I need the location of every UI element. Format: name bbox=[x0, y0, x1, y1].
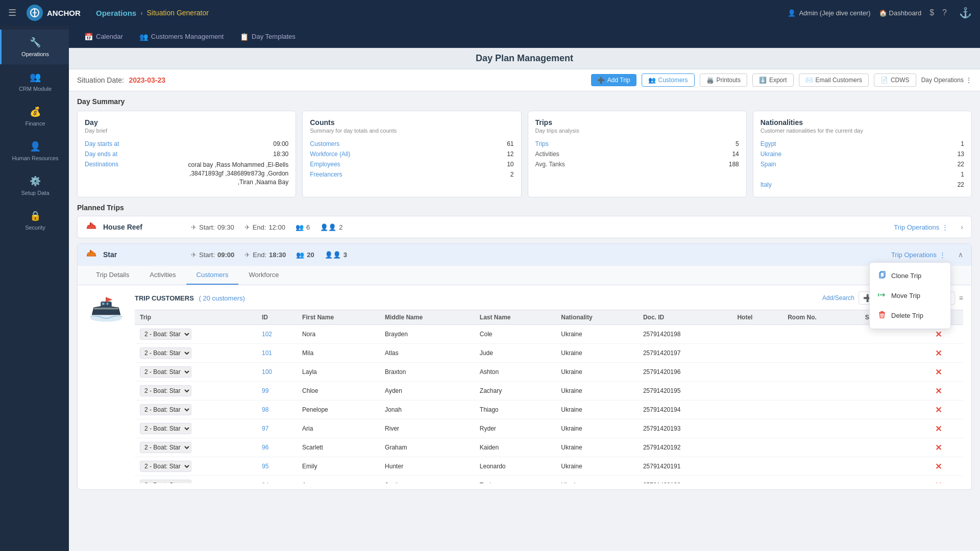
export-button[interactable]: ⬇️ Export bbox=[752, 73, 794, 87]
day-operations-button[interactable]: Day Operations ⋮ bbox=[921, 77, 972, 84]
situation-date: Situation Date: 2023-03-23 bbox=[77, 76, 165, 84]
cell-doc-id: 25791420192 bbox=[638, 438, 732, 457]
cdws-button[interactable]: 📄 CDWS bbox=[874, 73, 916, 87]
customer-id-link-94[interactable]: 94 bbox=[262, 482, 268, 483]
dollar-icon[interactable]: $ bbox=[929, 8, 934, 17]
email-customers-button[interactable]: ✉️ Email Customers bbox=[799, 73, 869, 87]
star-end: ✈ End: 18:30 bbox=[244, 251, 286, 259]
day-ends-label[interactable]: Day ends at bbox=[85, 151, 117, 158]
svg-rect-4 bbox=[90, 250, 91, 253]
cell-delete: ✕ bbox=[930, 476, 963, 484]
trip-select-4[interactable]: 2 - Boat: Star bbox=[140, 404, 191, 415]
customer-id-link-99[interactable]: 99 bbox=[262, 387, 268, 394]
sec-nav-customers-mgmt[interactable]: 👥 Customers Management bbox=[132, 30, 231, 44]
tab-customers[interactable]: Customers bbox=[186, 266, 239, 285]
day-starts-label[interactable]: Day starts at bbox=[85, 140, 119, 147]
spain-label[interactable]: Spain bbox=[761, 161, 776, 168]
delete-customer-button-101[interactable]: ✕ bbox=[935, 349, 942, 358]
delete-customer-button-100[interactable]: ✕ bbox=[935, 368, 942, 377]
customers-button[interactable]: 👥 Customers bbox=[642, 73, 695, 87]
day-starts-value: 09:00 bbox=[273, 140, 288, 147]
delete-trip-item[interactable]: Delete Trip bbox=[870, 306, 950, 325]
customer-id-link-101[interactable]: 101 bbox=[262, 349, 272, 357]
add-search-label[interactable]: Add/Search bbox=[822, 294, 854, 302]
activities-count-value: 14 bbox=[732, 151, 739, 158]
cell-last-name: Ashton bbox=[475, 363, 556, 382]
delete-customer-button-99[interactable]: ✕ bbox=[935, 387, 942, 395]
sidebar-item-crm[interactable]: 👥 CRM Module bbox=[0, 64, 69, 99]
move-trip-item[interactable]: Move Trip bbox=[870, 286, 950, 306]
sidebar-item-setup[interactable]: ⚙️ Setup Data bbox=[0, 168, 69, 203]
house-reef-trip-header[interactable]: House Reef ✈ Start: 09:30 ✈ End: 12:00 👥 bbox=[78, 216, 971, 238]
delete-customer-button-98[interactable]: ✕ bbox=[935, 406, 942, 414]
cell-first-name: Nora bbox=[297, 325, 380, 344]
finance-icon: 💰 bbox=[30, 106, 41, 117]
cell-services bbox=[860, 382, 930, 400]
trip-select-6[interactable]: 2 - Boat: Star bbox=[140, 442, 191, 453]
destinations-label[interactable]: Destinations bbox=[85, 161, 118, 168]
avg-tanks-label: Avg. Tanks bbox=[535, 161, 565, 168]
house-reef-trip-name: House Reef bbox=[103, 223, 185, 231]
sidebar-item-operations[interactable]: 🔧 Operations bbox=[0, 30, 69, 64]
delete-customer-button-97[interactable]: ✕ bbox=[935, 424, 942, 433]
tab-trip-details[interactable]: Trip Details bbox=[86, 266, 139, 285]
dashboard-button[interactable]: 🏠 Dashboard bbox=[879, 9, 922, 17]
cell-id: 100 bbox=[257, 363, 297, 382]
customer-id-link-102[interactable]: 102 bbox=[262, 331, 272, 338]
clone-trip-item[interactable]: Clone Trip bbox=[870, 266, 950, 286]
customer-id-link-96[interactable]: 96 bbox=[262, 444, 268, 451]
sidebar-item-hr[interactable]: 👤 Human Resources bbox=[0, 134, 69, 168]
ukraine-label[interactable]: Ukraine bbox=[761, 151, 781, 158]
workforce-count-label[interactable]: Workforce (All) bbox=[310, 151, 350, 158]
help-icon[interactable]: ? bbox=[942, 8, 947, 17]
counts-card: Counts Summary for day totals and counts… bbox=[302, 111, 521, 197]
cell-services bbox=[860, 400, 930, 419]
italy-label[interactable]: Italy bbox=[761, 181, 772, 188]
trip-select-5[interactable]: 2 - Boat: Star bbox=[140, 423, 191, 434]
trip-select-1[interactable]: 2 - Boat: Star bbox=[140, 347, 191, 359]
tab-activities[interactable]: Activities bbox=[139, 266, 186, 285]
customer-id-link-95[interactable]: 95 bbox=[262, 463, 268, 470]
tab-workforce[interactable]: Workforce bbox=[238, 266, 289, 285]
star-trip-header[interactable]: Star ✈ Start: 09:00 ✈ End: 18:30 👥 20 bbox=[78, 244, 971, 265]
sec-nav-day-templates[interactable]: 📋 Day Templates bbox=[233, 30, 303, 44]
employees-count-label[interactable]: Employees bbox=[310, 161, 340, 168]
sidebar-label-crm: CRM Module bbox=[19, 86, 52, 92]
customer-id-link-100[interactable]: 100 bbox=[262, 368, 272, 375]
sec-nav-calendar[interactable]: 📅 Calendar bbox=[77, 30, 130, 44]
customers-count-label[interactable]: Customers bbox=[310, 140, 339, 147]
sidebar-item-finance[interactable]: 💰 Finance bbox=[0, 99, 69, 134]
star-trip-meta: ✈ Start: 09:00 ✈ End: 18:30 👥 20 👤 bbox=[191, 251, 885, 259]
list-view-icon[interactable]: ≡ bbox=[959, 294, 963, 302]
trip-select-2[interactable]: 2 - Boat: Star bbox=[140, 366, 191, 378]
customer-id-link-98[interactable]: 98 bbox=[262, 406, 268, 413]
delete-customer-button-95[interactable]: ✕ bbox=[935, 462, 942, 471]
delete-customer-button-102[interactable]: ✕ bbox=[935, 330, 942, 339]
star-trip-ops-button[interactable]: Trip Operations ⋮ bbox=[891, 251, 946, 259]
breadcrumb-module[interactable]: Operations bbox=[96, 9, 136, 17]
freelancers-count-label[interactable]: Freelancers bbox=[310, 171, 342, 178]
trip-select-0[interactable]: 2 - Boat: Star bbox=[140, 329, 191, 340]
hamburger-icon[interactable]: ☰ bbox=[8, 7, 16, 18]
freelancers-count-value: 2 bbox=[510, 171, 514, 178]
delete-customer-button-94[interactable]: ✕ bbox=[935, 481, 942, 484]
sidebar-item-security[interactable]: 🔒 Security bbox=[0, 203, 69, 238]
breadcrumb-submodule[interactable]: Situation Generator bbox=[147, 9, 209, 17]
customer-id-link-97[interactable]: 97 bbox=[262, 425, 268, 432]
trip-select-3[interactable]: 2 - Boat: Star bbox=[140, 385, 191, 396]
trips-count-label[interactable]: Trips bbox=[535, 140, 549, 147]
trip-select-7[interactable]: 2 - Boat: Star bbox=[140, 461, 191, 472]
trip-select-8[interactable]: 2 - Boat: Star bbox=[140, 480, 191, 483]
nat-value-4: 1 bbox=[961, 171, 964, 178]
cell-middle-name: Jonah bbox=[380, 400, 475, 419]
egypt-label[interactable]: Egypt bbox=[761, 140, 776, 147]
printouts-button[interactable]: 🖨️ Printouts bbox=[700, 73, 747, 87]
cell-doc-id: 25791420197 bbox=[638, 344, 732, 363]
summary-cards: Day Day brief Day starts at 09:00 Day en… bbox=[77, 111, 972, 197]
house-reef-trip-ops-button[interactable]: Trip Operations ⋮ bbox=[894, 223, 948, 231]
crm-icon: 👥 bbox=[30, 71, 41, 83]
delete-customer-button-96[interactable]: ✕ bbox=[935, 443, 942, 452]
add-trip-button[interactable]: ➕ Add Trip bbox=[591, 74, 636, 86]
cell-middle-name: Justin bbox=[380, 476, 475, 484]
cell-delete: ✕ bbox=[930, 344, 963, 363]
